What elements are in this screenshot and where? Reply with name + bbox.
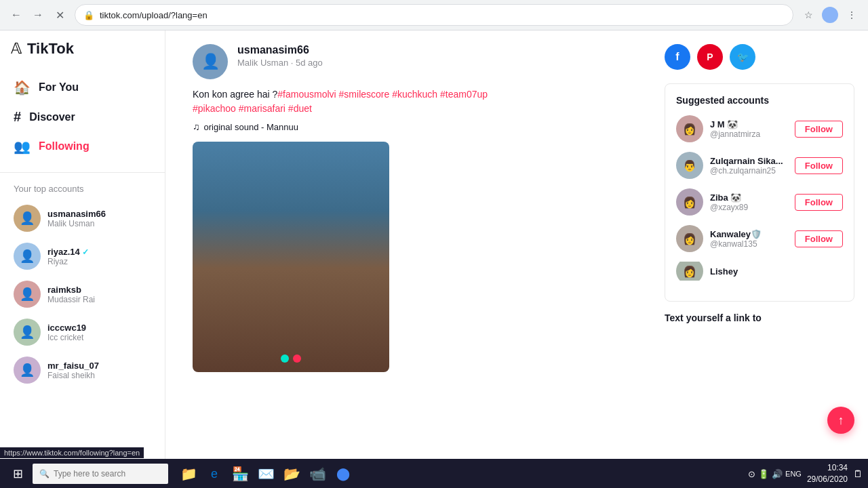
taskbar-app-teams[interactable]: 📹 [305, 459, 330, 488]
windows-icon: ⊞ [13, 466, 23, 481]
main-content: 👤 usmanasim66 Malik Usman · 5d ago Kon k… [165, 30, 651, 459]
video-dots [281, 354, 301, 363]
taskbar-apps: 📁 e 🏪 ✉️ 📂 📹 ⬤ [176, 459, 355, 488]
twitter-share-button[interactable]: 🐦 [730, 44, 755, 70]
verified-badge: ✓ [82, 247, 89, 257]
back-button[interactable]: ← [7, 5, 26, 24]
nav-item-discover[interactable]: # Discover [0, 102, 165, 131]
pinterest-icon: P [707, 52, 713, 62]
account-item-mr-faisu[interactable]: 👤 mr_faisu_07 Faisal sheikh [0, 351, 165, 389]
account-item-icccwc19[interactable]: 👤 icccwc19 Icc cricket [0, 313, 165, 351]
clock[interactable]: 10:34 29/06/2020 [807, 462, 848, 485]
discover-icon: # [14, 109, 21, 125]
post-avatar[interactable]: 👤 [193, 44, 228, 79]
browser-actions: ☆ ⋮ [799, 5, 861, 24]
volume-icon: 🔊 [772, 469, 783, 479]
avatar-kanwaley: 👩 [676, 225, 703, 252]
sidebar-divider [0, 172, 165, 173]
forward-button[interactable]: → [28, 5, 47, 24]
sidebar-nav: 🏠 For You # Discover 👥 Following [0, 67, 165, 167]
address-bar[interactable]: 🔒 tiktok.com/upload/?lang=en [75, 4, 793, 26]
pinterest-share-button[interactable]: P [697, 44, 723, 70]
taskbar-app-mail[interactable]: ✉️ [254, 459, 278, 488]
video-thumbnail [193, 142, 389, 372]
for-you-label: For You [39, 81, 79, 94]
avatar-usmanasim66: 👤 [14, 205, 41, 232]
sound-text: original sound - Mannuu [204, 122, 298, 132]
battery-icon: 🔋 [758, 469, 769, 479]
account-item-raimksb[interactable]: 👤 raimksb Mudassir Rai [0, 275, 165, 313]
discover-label: Discover [29, 111, 75, 123]
post-info: usmanasim66 Malik Usman · 5d ago [237, 44, 323, 68]
taskbar-app-files[interactable]: 📁 [176, 459, 201, 488]
suggested-username: J M 🐼 [710, 119, 788, 129]
upload-fab-button[interactable]: ↑ [827, 407, 854, 434]
tiktok-logo-icon: 𝔸 [11, 40, 22, 58]
explorer-icon: 📂 [283, 466, 300, 482]
suggested-handle: @xzayx89 [710, 203, 788, 212]
suggested-info: Ziba 🐼 @xzayx89 [710, 192, 788, 212]
browser-toolbar: ← → ✕ 🔒 tiktok.com/upload/?lang=en ☆ ⋮ [0, 0, 868, 30]
taskbar-app-explorer[interactable]: 📂 [279, 459, 304, 488]
clock-date: 29/06/2020 [807, 474, 848, 485]
suggested-item-jm: 👩 J M 🐼 @jannatmirza Follow [676, 115, 843, 142]
avatar-riyaz: 👤 [14, 243, 41, 270]
reload-button[interactable]: ✕ [50, 5, 69, 24]
browser-chrome: ← → ✕ 🔒 tiktok.com/upload/?lang=en ☆ ⋮ [0, 0, 868, 30]
status-link: https://www.tiktok.com/following?lang=en [4, 449, 140, 457]
url-text: tiktok.com/upload/?lang=en [100, 10, 785, 20]
files-icon: 📁 [180, 466, 197, 482]
facebook-share-button[interactable]: f [665, 44, 690, 70]
account-name: Icc cricket [47, 333, 86, 342]
lock-icon: 🔒 [83, 10, 94, 20]
taskbar-search[interactable]: 🔍 [33, 464, 168, 484]
suggested-info: Kanwaley🛡️ @kanwal135 [710, 229, 788, 249]
twitter-icon: 🐦 [737, 52, 749, 62]
suggested-item-ziba: 👩 Ziba 🐼 @xzayx89 Follow [676, 188, 843, 216]
tiktok-logo-text: TikTok [27, 40, 74, 58]
avatar-ziba: 👩 [676, 188, 703, 216]
account-info: icccwc19 Icc cricket [47, 323, 86, 342]
taskbar-app-store[interactable]: 🏪 [228, 459, 252, 488]
suggested-username: Zulqarnain Sika... [710, 156, 788, 166]
post-caption: Kon kon agree hai ?#famousmolvi #smilesc… [193, 87, 599, 116]
suggested-handle: @jannatmirza [710, 129, 788, 139]
account-username: icccwc19 [47, 323, 86, 333]
home-icon: 🏠 [14, 79, 31, 96]
taskbar-app-chrome[interactable]: ⬤ [331, 459, 355, 488]
follow-button-zulqarnain[interactable]: Follow [795, 157, 843, 174]
search-input[interactable] [54, 469, 149, 479]
following-label: Following [39, 140, 90, 152]
nav-item-following[interactable]: 👥 Following [0, 131, 165, 161]
start-button[interactable]: ⊞ [5, 462, 30, 486]
account-item-riyaz[interactable]: 👤 riyaz.14 ✓ Riyaz [0, 237, 165, 275]
taskbar-app-edge[interactable]: e [202, 459, 226, 488]
follow-button-ziba[interactable]: Follow [795, 194, 843, 211]
bookmark-button[interactable]: ☆ [799, 5, 818, 24]
suggested-handle: @kanwal135 [710, 239, 788, 249]
account-name: Mudassir Rai [47, 295, 95, 304]
right-panel: f P 🐦 Suggested accounts 👩 J M 🐼 @jannat… [651, 30, 868, 459]
search-icon: 🔍 [39, 469, 50, 479]
follow-button-jm[interactable]: Follow [795, 121, 843, 138]
account-username: usmanasim66 [47, 209, 106, 219]
network-icon: ⊙ [748, 469, 755, 479]
profile-button[interactable] [821, 5, 840, 24]
suggested-username: Ziba 🐼 [710, 192, 788, 203]
post-username: usmanasim66 [237, 44, 323, 56]
account-info: mr_faisu_07 Faisal sheikh [47, 361, 99, 380]
avatar-zulqarnain: 👨 [676, 152, 703, 179]
suggested-title: Suggested accounts [676, 95, 843, 106]
avatar-raimksb: 👤 [14, 281, 41, 308]
suggested-info: Lishey [710, 266, 843, 277]
video-container[interactable] [193, 142, 389, 372]
edge-icon: e [211, 467, 218, 481]
system-tray: ⊙ 🔋 🔊 ENG [748, 469, 802, 479]
account-item-usmanasim66[interactable]: 👤 usmanasim66 Malik Usman [0, 199, 165, 237]
post-sound[interactable]: ♫ original sound - Mannuu [193, 121, 624, 132]
notification-icon[interactable]: 🗒 [853, 468, 863, 479]
account-username: raimksb [47, 285, 95, 295]
nav-item-for-you[interactable]: 🏠 For You [0, 73, 165, 102]
menu-button[interactable]: ⋮ [842, 5, 861, 24]
follow-button-kanwaley[interactable]: Follow [795, 230, 843, 247]
